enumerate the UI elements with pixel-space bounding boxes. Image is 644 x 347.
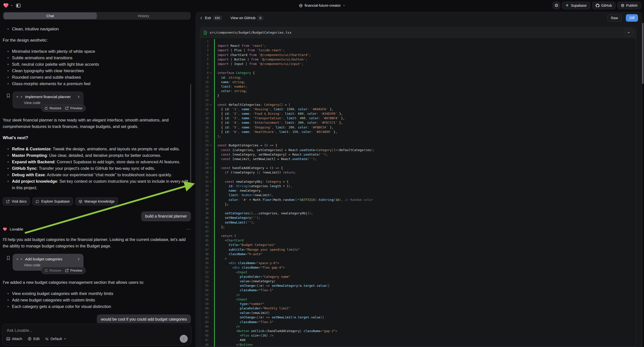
- fold-spacer: [208, 265, 213, 270]
- diff-added-marker: [214, 107, 215, 112]
- code-line: 8interface Category {: [200, 71, 636, 75]
- code-text: value={newCategory}: [217, 279, 275, 284]
- code-line: 20 { id: '5', name: 'Shopping', limit: 2…: [200, 125, 636, 130]
- code-text: subtitle="Manage your spending limits": [217, 248, 300, 252]
- line-number: 24: [200, 143, 208, 148]
- fold-spacer: [208, 170, 213, 175]
- code-line: 28: [200, 161, 636, 166]
- restore-button[interactable]: Restore: [44, 268, 61, 272]
- diff-added-marker: [214, 57, 215, 62]
- chip-manage-knowledge[interactable]: Manage knowledge: [76, 198, 118, 205]
- file-header[interactable]: src/components/budget/BudgetCategories.t…: [200, 28, 636, 38]
- code-text: const [categories, setCategories] = Reac…: [217, 148, 375, 152]
- code-text: color: '#' + Math.floor(Math.random()*16…: [217, 198, 373, 202]
- raw-toggle-button[interactable]: Raw: [607, 14, 622, 22]
- lovable-logo-icon[interactable]: [3, 2, 9, 8]
- chat-input[interactable]: Ask Lovable...: [7, 328, 187, 333]
- chat-history-tabs: ChatHistory: [3, 12, 191, 20]
- message-menu-icon[interactable]: ⋯: [186, 227, 191, 232]
- list-item: Refine & Customize: Tweak the design, an…: [3, 146, 191, 152]
- supabase-button[interactable]: Supabase: [562, 2, 590, 9]
- list-item: Add project knowledge: Set key context o…: [3, 178, 191, 191]
- chevron-down-icon[interactable]: [10, 4, 13, 7]
- preview-button[interactable]: Preview: [65, 106, 82, 110]
- bookmark-icon[interactable]: [6, 256, 10, 260]
- github-button[interactable]: GitHub: [592, 2, 616, 9]
- code-scrollbar[interactable]: [642, 23, 644, 84]
- exit-button[interactable]: Exit: [205, 16, 211, 20]
- code-line: 53 placeholder="Category name": [200, 274, 636, 279]
- mode-select[interactable]: Default: [45, 337, 66, 341]
- version-card[interactable]: < >Add budget categoriesView codeRestore…: [13, 254, 84, 270]
- diff-toggle-button[interactable]: Diff: [626, 14, 638, 22]
- version-card-top: < >Implement financial planner: [16, 94, 80, 99]
- diff-added-marker: [214, 134, 215, 139]
- mode-label: Default: [50, 337, 62, 341]
- line-number: 10: [200, 80, 208, 84]
- edit-mode-button[interactable]: Edit: [28, 337, 40, 341]
- view-code-link[interactable]: View code: [24, 263, 80, 267]
- fold-chevron-icon[interactable]: [208, 166, 213, 170]
- code-line: 60 placeholder="Monthly limit": [200, 306, 636, 311]
- code-line: 63 className="flex-1": [200, 320, 636, 324]
- project-switcher[interactable]: financial-future-creator: [299, 0, 345, 11]
- code-line: 31: [200, 175, 636, 180]
- tab-history[interactable]: History: [97, 12, 190, 19]
- line-number: 58: [200, 297, 208, 302]
- chevron-left-icon[interactable]: [200, 16, 203, 20]
- bullet-list: View existing budget categories with the…: [3, 290, 191, 310]
- tab-chat[interactable]: Chat: [4, 12, 97, 19]
- view-on-github-button[interactable]: View on GitHub: [230, 16, 256, 20]
- bookmark-icon[interactable]: [6, 94, 10, 98]
- line-number: 6: [200, 62, 208, 66]
- publish-button[interactable]: Publish: [617, 2, 641, 9]
- fold-chevron-icon[interactable]: [208, 71, 213, 75]
- chip-explore-supabase[interactable]: Explore Supabase: [32, 198, 73, 205]
- fold-spacer: [208, 120, 213, 125]
- chat-scrollbar[interactable]: [190, 84, 191, 188]
- send-button[interactable]: ↑: [180, 335, 188, 343]
- chat-panel: ChatHistory Clean, intuitive navigationF…: [0, 11, 194, 347]
- code-line: 19 { id: '4', name: 'Entertainment', lim…: [200, 120, 636, 125]
- collapse-file-button[interactable]: [624, 29, 632, 36]
- view-code-link[interactable]: View code: [24, 101, 80, 105]
- fold-chevron-icon[interactable]: [208, 180, 213, 184]
- preview-button[interactable]: Preview: [65, 268, 82, 272]
- attach-button[interactable]: Attach: [6, 337, 22, 341]
- version-card[interactable]: < >Implement financial plannerView codeR…: [13, 92, 84, 108]
- restore-label: Restore: [50, 268, 61, 272]
- fold-spacer: [208, 139, 213, 143]
- line-number: 56: [200, 288, 208, 292]
- chip-visit-docs[interactable]: Visit docs: [3, 198, 30, 205]
- list-item: Add new budget categories with custom li…: [3, 297, 191, 303]
- diff-added-marker: [214, 211, 215, 216]
- line-number: 13: [200, 93, 208, 98]
- code-line: 2import React from 'react';: [200, 44, 636, 48]
- diff-added-marker: [214, 261, 215, 265]
- code-line: 38: [200, 206, 636, 211]
- line-number: 38: [200, 206, 208, 211]
- restore-button[interactable]: Restore: [44, 106, 61, 110]
- code-text: className="flex-1": [217, 288, 274, 292]
- line-number: 16: [200, 107, 208, 112]
- fold-spacer: [208, 333, 213, 338]
- diff-added-marker: [214, 102, 215, 107]
- toggle-sidebar-icon[interactable]: [14, 2, 22, 9]
- code-line: 46 title="Budget Categories": [200, 243, 636, 247]
- fold-chevron-icon[interactable]: [208, 143, 213, 148]
- diff-added-marker: [214, 157, 215, 161]
- settings-button[interactable]: ⚙: [553, 2, 560, 9]
- fold-spacer: [208, 229, 213, 234]
- fold-spacer: [208, 329, 213, 333]
- code-line: 62 onChange={(e) => setNewLimit(e.target…: [200, 315, 636, 320]
- line-number: 28: [200, 161, 208, 166]
- fold-chevron-icon[interactable]: [208, 102, 213, 107]
- chat-paragraph: For the design aesthetic:: [3, 37, 191, 43]
- diff-added-marker: [214, 125, 215, 130]
- line-number: 23: [200, 139, 208, 143]
- line-number: 42: [200, 225, 208, 229]
- code-line: 10 name: string;: [200, 80, 636, 84]
- fold-spacer: [208, 284, 213, 288]
- line-number: 66: [200, 333, 208, 338]
- knowledge-icon: [79, 200, 82, 203]
